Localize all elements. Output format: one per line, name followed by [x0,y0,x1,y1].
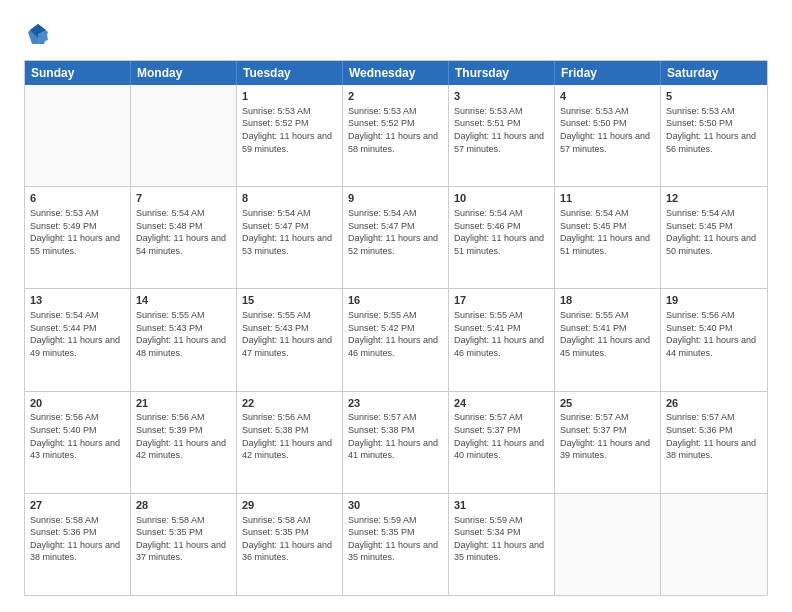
header [24,20,768,48]
cell-info: Sunrise: 5:57 AM Sunset: 5:37 PM Dayligh… [454,411,549,461]
header-day-friday: Friday [555,61,661,85]
day-number: 8 [242,191,337,206]
day-number: 2 [348,89,443,104]
logo-icon [24,20,52,48]
day-cell-11: 11Sunrise: 5:54 AM Sunset: 5:45 PM Dayli… [555,187,661,288]
cell-info: Sunrise: 5:54 AM Sunset: 5:44 PM Dayligh… [30,309,125,359]
day-cell-20: 20Sunrise: 5:56 AM Sunset: 5:40 PM Dayli… [25,392,131,493]
cell-info: Sunrise: 5:57 AM Sunset: 5:38 PM Dayligh… [348,411,443,461]
header-day-monday: Monday [131,61,237,85]
day-cell-31: 31Sunrise: 5:59 AM Sunset: 5:34 PM Dayli… [449,494,555,595]
day-number: 4 [560,89,655,104]
header-day-thursday: Thursday [449,61,555,85]
cell-info: Sunrise: 5:55 AM Sunset: 5:43 PM Dayligh… [242,309,337,359]
calendar-header: SundayMondayTuesdayWednesdayThursdayFrid… [25,61,767,85]
cell-info: Sunrise: 5:54 AM Sunset: 5:47 PM Dayligh… [242,207,337,257]
cell-info: Sunrise: 5:55 AM Sunset: 5:43 PM Dayligh… [136,309,231,359]
day-number: 10 [454,191,549,206]
cell-info: Sunrise: 5:56 AM Sunset: 5:40 PM Dayligh… [30,411,125,461]
cell-info: Sunrise: 5:59 AM Sunset: 5:35 PM Dayligh… [348,514,443,564]
week-row-4: 20Sunrise: 5:56 AM Sunset: 5:40 PM Dayli… [25,391,767,493]
day-number: 24 [454,396,549,411]
day-number: 23 [348,396,443,411]
day-cell-9: 9Sunrise: 5:54 AM Sunset: 5:47 PM Daylig… [343,187,449,288]
cell-info: Sunrise: 5:54 AM Sunset: 5:47 PM Dayligh… [348,207,443,257]
day-number: 5 [666,89,762,104]
day-cell-22: 22Sunrise: 5:56 AM Sunset: 5:38 PM Dayli… [237,392,343,493]
day-number: 13 [30,293,125,308]
cell-info: Sunrise: 5:56 AM Sunset: 5:40 PM Dayligh… [666,309,762,359]
day-cell-27: 27Sunrise: 5:58 AM Sunset: 5:36 PM Dayli… [25,494,131,595]
day-cell-25: 25Sunrise: 5:57 AM Sunset: 5:37 PM Dayli… [555,392,661,493]
day-number: 16 [348,293,443,308]
day-cell-24: 24Sunrise: 5:57 AM Sunset: 5:37 PM Dayli… [449,392,555,493]
day-number: 22 [242,396,337,411]
header-day-saturday: Saturday [661,61,767,85]
day-cell-8: 8Sunrise: 5:54 AM Sunset: 5:47 PM Daylig… [237,187,343,288]
cell-info: Sunrise: 5:53 AM Sunset: 5:49 PM Dayligh… [30,207,125,257]
day-number: 18 [560,293,655,308]
day-number: 9 [348,191,443,206]
day-cell-29: 29Sunrise: 5:58 AM Sunset: 5:35 PM Dayli… [237,494,343,595]
day-cell-4: 4Sunrise: 5:53 AM Sunset: 5:50 PM Daylig… [555,85,661,186]
week-row-5: 27Sunrise: 5:58 AM Sunset: 5:36 PM Dayli… [25,493,767,595]
cell-info: Sunrise: 5:58 AM Sunset: 5:36 PM Dayligh… [30,514,125,564]
cell-info: Sunrise: 5:55 AM Sunset: 5:41 PM Dayligh… [560,309,655,359]
week-row-2: 6Sunrise: 5:53 AM Sunset: 5:49 PM Daylig… [25,186,767,288]
day-number: 19 [666,293,762,308]
day-cell-1: 1Sunrise: 5:53 AM Sunset: 5:52 PM Daylig… [237,85,343,186]
day-cell-16: 16Sunrise: 5:55 AM Sunset: 5:42 PM Dayli… [343,289,449,390]
day-cell-30: 30Sunrise: 5:59 AM Sunset: 5:35 PM Dayli… [343,494,449,595]
day-cell-13: 13Sunrise: 5:54 AM Sunset: 5:44 PM Dayli… [25,289,131,390]
day-number: 3 [454,89,549,104]
day-cell-2: 2Sunrise: 5:53 AM Sunset: 5:52 PM Daylig… [343,85,449,186]
day-cell-21: 21Sunrise: 5:56 AM Sunset: 5:39 PM Dayli… [131,392,237,493]
day-cell-12: 12Sunrise: 5:54 AM Sunset: 5:45 PM Dayli… [661,187,767,288]
cell-info: Sunrise: 5:55 AM Sunset: 5:42 PM Dayligh… [348,309,443,359]
day-cell-15: 15Sunrise: 5:55 AM Sunset: 5:43 PM Dayli… [237,289,343,390]
day-number: 15 [242,293,337,308]
cell-info: Sunrise: 5:53 AM Sunset: 5:52 PM Dayligh… [348,105,443,155]
day-number: 6 [30,191,125,206]
day-cell-14: 14Sunrise: 5:55 AM Sunset: 5:43 PM Dayli… [131,289,237,390]
header-day-wednesday: Wednesday [343,61,449,85]
cell-info: Sunrise: 5:54 AM Sunset: 5:46 PM Dayligh… [454,207,549,257]
header-day-sunday: Sunday [25,61,131,85]
week-row-3: 13Sunrise: 5:54 AM Sunset: 5:44 PM Dayli… [25,288,767,390]
calendar-body: 1Sunrise: 5:53 AM Sunset: 5:52 PM Daylig… [25,85,767,595]
day-number: 27 [30,498,125,513]
cell-info: Sunrise: 5:53 AM Sunset: 5:50 PM Dayligh… [560,105,655,155]
empty-cell [661,494,767,595]
cell-info: Sunrise: 5:53 AM Sunset: 5:50 PM Dayligh… [666,105,762,155]
day-number: 25 [560,396,655,411]
day-number: 7 [136,191,231,206]
day-cell-5: 5Sunrise: 5:53 AM Sunset: 5:50 PM Daylig… [661,85,767,186]
cell-info: Sunrise: 5:56 AM Sunset: 5:38 PM Dayligh… [242,411,337,461]
cell-info: Sunrise: 5:54 AM Sunset: 5:45 PM Dayligh… [666,207,762,257]
cell-info: Sunrise: 5:55 AM Sunset: 5:41 PM Dayligh… [454,309,549,359]
week-row-1: 1Sunrise: 5:53 AM Sunset: 5:52 PM Daylig… [25,85,767,186]
logo [24,20,56,48]
day-number: 21 [136,396,231,411]
day-cell-19: 19Sunrise: 5:56 AM Sunset: 5:40 PM Dayli… [661,289,767,390]
cell-info: Sunrise: 5:54 AM Sunset: 5:45 PM Dayligh… [560,207,655,257]
cell-info: Sunrise: 5:58 AM Sunset: 5:35 PM Dayligh… [136,514,231,564]
day-cell-23: 23Sunrise: 5:57 AM Sunset: 5:38 PM Dayli… [343,392,449,493]
day-cell-10: 10Sunrise: 5:54 AM Sunset: 5:46 PM Dayli… [449,187,555,288]
empty-cell [25,85,131,186]
day-cell-18: 18Sunrise: 5:55 AM Sunset: 5:41 PM Dayli… [555,289,661,390]
day-cell-17: 17Sunrise: 5:55 AM Sunset: 5:41 PM Dayli… [449,289,555,390]
cell-info: Sunrise: 5:54 AM Sunset: 5:48 PM Dayligh… [136,207,231,257]
empty-cell [555,494,661,595]
day-number: 30 [348,498,443,513]
day-number: 14 [136,293,231,308]
cell-info: Sunrise: 5:56 AM Sunset: 5:39 PM Dayligh… [136,411,231,461]
cell-info: Sunrise: 5:53 AM Sunset: 5:51 PM Dayligh… [454,105,549,155]
cell-info: Sunrise: 5:57 AM Sunset: 5:36 PM Dayligh… [666,411,762,461]
day-cell-28: 28Sunrise: 5:58 AM Sunset: 5:35 PM Dayli… [131,494,237,595]
cell-info: Sunrise: 5:59 AM Sunset: 5:34 PM Dayligh… [454,514,549,564]
day-number: 31 [454,498,549,513]
cell-info: Sunrise: 5:57 AM Sunset: 5:37 PM Dayligh… [560,411,655,461]
day-cell-26: 26Sunrise: 5:57 AM Sunset: 5:36 PM Dayli… [661,392,767,493]
day-number: 28 [136,498,231,513]
